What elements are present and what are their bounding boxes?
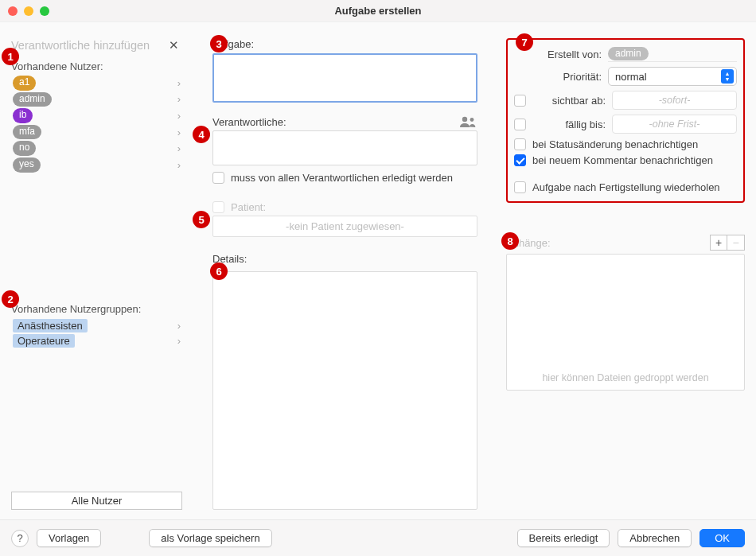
drop-hint: hier können Dateien gedroppt werden xyxy=(542,372,708,383)
notify-status-checkbox[interactable] xyxy=(514,138,526,150)
due-input[interactable]: -ohne Frist- xyxy=(612,115,737,134)
window-title: Aufgabe erstellen xyxy=(0,5,756,17)
annotation-marker-8: 8 xyxy=(501,232,519,250)
close-icon[interactable]: ✕ xyxy=(166,38,182,52)
responsible-box[interactable] xyxy=(212,130,477,165)
user-row[interactable]: a1› xyxy=(11,76,182,91)
group-row[interactable]: Operateure› xyxy=(11,333,182,348)
people-icon[interactable] xyxy=(460,115,477,128)
dialog-footer: ? Vorlagen als Vorlage speichern Bereits… xyxy=(0,519,756,556)
annotation-marker-6: 6 xyxy=(210,262,228,280)
responsible-label: Verantwortliche: xyxy=(212,116,286,128)
task-input[interactable] xyxy=(212,53,477,103)
already-done-button[interactable]: Bereits erledigt xyxy=(517,529,610,547)
user-list: a1› admin› ib› mfa› no› yes› xyxy=(11,76,182,173)
attachment-buttons: + − xyxy=(710,235,745,251)
visible-from-label: sichtbar ab: xyxy=(532,95,606,107)
annotation-marker-3: 3 xyxy=(210,35,228,52)
user-row[interactable]: admin› xyxy=(11,92,182,107)
chevron-right-icon: › xyxy=(177,110,181,122)
attachment-dropzone[interactable]: hier können Dateien gedroppt werden xyxy=(506,254,745,391)
add-attachment-button[interactable]: + xyxy=(710,235,727,251)
notify-status-label: bei Statusänderung benachrichtigen xyxy=(532,138,698,150)
responsible-add-label: Verantwortliche hinzufügen xyxy=(11,39,150,52)
chevron-right-icon: › xyxy=(177,77,181,89)
all-users-button[interactable]: Alle Nutzer xyxy=(11,492,182,510)
user-row[interactable]: yes› xyxy=(11,157,182,173)
user-pill: ib xyxy=(13,108,33,123)
user-pill: admin xyxy=(13,92,52,107)
svg-point-0 xyxy=(462,117,467,122)
notify-comment-checkbox[interactable] xyxy=(514,154,526,166)
patient-field[interactable]: -kein Patient zugewiesen- xyxy=(212,216,477,237)
save-template-button[interactable]: als Vorlage speichern xyxy=(149,529,271,547)
user-pill: mfa xyxy=(13,125,41,140)
priority-value: normal xyxy=(615,71,647,83)
patient-label: Patient: xyxy=(231,201,266,213)
created-by-value: admin xyxy=(608,47,649,60)
templates-button[interactable]: Vorlagen xyxy=(37,529,101,547)
remove-attachment-button[interactable]: − xyxy=(727,235,745,251)
patient-checkbox[interactable] xyxy=(212,201,224,213)
right-panel: Erstellt von: admin Priorität: normal ▲▼… xyxy=(506,38,745,510)
priority-select[interactable]: normal ▲▼ xyxy=(608,67,737,86)
visible-from-input[interactable]: -sofort- xyxy=(612,91,737,110)
user-row[interactable]: mfa› xyxy=(11,125,182,140)
cancel-button[interactable]: Abbrechen xyxy=(618,529,692,547)
responsible-add-header: Verantwortliche hinzufügen ✕ xyxy=(11,38,182,52)
all-responsible-checkbox[interactable] xyxy=(212,172,224,184)
help-button[interactable]: ? xyxy=(11,530,29,547)
details-label: Details: xyxy=(212,253,477,265)
chevron-right-icon: › xyxy=(177,335,181,347)
chevron-right-icon: › xyxy=(177,93,181,105)
group-name: Operateure xyxy=(13,334,75,348)
user-row[interactable]: ib› xyxy=(11,108,182,123)
annotation-marker-2: 2 xyxy=(2,290,19,308)
user-pill: yes xyxy=(13,157,41,173)
chevron-right-icon: › xyxy=(177,142,181,154)
annotation-marker-4: 4 xyxy=(193,126,210,143)
chevron-right-icon: › xyxy=(177,320,181,332)
priority-label: Priorität: xyxy=(514,71,602,83)
due-label: fällig bis: xyxy=(532,119,606,130)
group-row[interactable]: Anästhesisten› xyxy=(11,318,182,333)
details-input[interactable] xyxy=(212,271,477,510)
chevron-right-icon: › xyxy=(177,159,181,171)
user-row[interactable]: no› xyxy=(11,141,182,156)
left-panel: Verantwortliche hinzufügen ✕ Vorhandene … xyxy=(11,38,182,510)
center-panel: Aufgabe: Verantwortliche: muss von allen… xyxy=(198,38,490,510)
repeat-checkbox[interactable] xyxy=(514,181,526,193)
select-arrows-icon: ▲▼ xyxy=(721,69,734,84)
existing-groups-label: Vorhandene Nutzergruppen: xyxy=(11,303,182,315)
visible-from-checkbox[interactable] xyxy=(514,95,526,107)
notify-comment-label: bei neuem Kommentar benachrichtigen xyxy=(532,154,713,166)
create-task-window: Aufgabe erstellen 1 2 3 4 5 6 7 8 Verant… xyxy=(0,0,756,556)
chevron-right-icon: › xyxy=(177,126,181,138)
meta-box: Erstellt von: admin Priorität: normal ▲▼… xyxy=(506,38,745,203)
annotation-marker-7: 7 xyxy=(516,33,533,51)
svg-point-1 xyxy=(470,118,474,122)
user-pill: no xyxy=(13,141,36,156)
existing-users-label: Vorhandene Nutzer: xyxy=(11,60,182,72)
dialog-content: Verantwortliche hinzufügen ✕ Vorhandene … xyxy=(0,22,756,519)
task-label: Aufgabe: xyxy=(212,38,477,50)
repeat-label: Aufgabe nach Fertigstellung wiederholen xyxy=(532,181,720,193)
annotation-marker-1: 1 xyxy=(2,48,19,65)
group-name: Anästhesisten xyxy=(13,319,88,332)
all-responsible-label: muss von allen Verantwortlichen erledigt… xyxy=(231,172,453,184)
ok-button[interactable]: OK xyxy=(699,529,745,547)
titlebar: Aufgabe erstellen xyxy=(0,0,756,22)
user-pill: a1 xyxy=(13,76,36,91)
due-checkbox[interactable] xyxy=(514,119,526,130)
annotation-marker-5: 5 xyxy=(193,211,210,228)
